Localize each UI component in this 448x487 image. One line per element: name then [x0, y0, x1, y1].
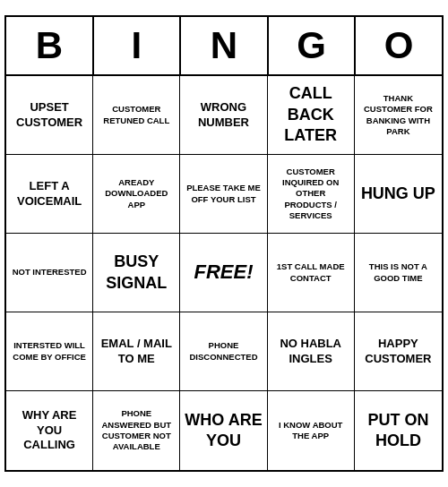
bingo-cell-23[interactable]: I KNOW ABOUT THE APP	[268, 391, 355, 470]
header-letter-N: N	[181, 17, 269, 74]
header-letter-I: I	[94, 17, 182, 74]
bingo-header: BINGO	[6, 17, 442, 76]
bingo-cell-18[interactable]: NO HABLA INGLES	[268, 312, 355, 391]
bingo-cell-24[interactable]: PUT ON HOLD	[355, 391, 442, 470]
bingo-cell-12[interactable]: Free!	[180, 234, 267, 312]
header-letter-B: B	[6, 17, 94, 74]
bingo-cell-4[interactable]: THANK CUSTOMER FOR BANKING WITH PARK	[355, 76, 442, 155]
bingo-cell-17[interactable]: PHONE DISCONNECTED	[180, 312, 267, 391]
bingo-cell-20[interactable]: WHY ARE YOU CALLING	[6, 391, 93, 470]
bingo-cell-13[interactable]: 1st CALL MADE CONTACT	[268, 234, 355, 312]
header-letter-O: O	[356, 17, 442, 74]
bingo-cell-1[interactable]: CUSTOMER RETUNED CALL	[93, 76, 180, 155]
bingo-cell-8[interactable]: CUSTOMER INQUIRED ON OTHER PRODUCTS / SE…	[268, 155, 355, 234]
bingo-cell-14[interactable]: THIS IS NOT A GOOD TIME	[355, 234, 442, 312]
bingo-cell-0[interactable]: UPSET CUSTOMER	[6, 76, 93, 155]
bingo-cell-2[interactable]: WRONG NUMBER	[180, 76, 267, 155]
bingo-cell-10[interactable]: NOT INTERESTED	[6, 234, 93, 312]
bingo-cell-19[interactable]: HAPPY CUSTOMER	[355, 312, 442, 391]
header-letter-G: G	[269, 17, 357, 74]
bingo-cell-11[interactable]: BUSY SIGNAL	[93, 234, 180, 312]
bingo-cell-16[interactable]: EMAL / MAIL TO ME	[93, 312, 180, 391]
bingo-cell-3[interactable]: CALL BACK LATER	[268, 76, 355, 155]
bingo-cell-7[interactable]: PLEASE TAKE ME OFF YOUR LIST	[180, 155, 267, 234]
bingo-cell-9[interactable]: HUNG UP	[355, 155, 442, 234]
bingo-card: BINGO UPSET CUSTOMERCUSTOMER RETUNED CAL…	[4, 15, 444, 472]
bingo-cell-5[interactable]: LEFT A VOICEMAIL	[6, 155, 93, 234]
bingo-cell-22[interactable]: WHO ARE YOU	[180, 391, 267, 470]
bingo-grid: UPSET CUSTOMERCUSTOMER RETUNED CALLWRONG…	[6, 76, 442, 470]
bingo-cell-6[interactable]: AREADY DOWNLOADED APP	[93, 155, 180, 234]
bingo-cell-21[interactable]: PHONE ANSWERED BUT CUSTOMER NOT AVAILABL…	[93, 391, 180, 470]
bingo-cell-15[interactable]: INTERSTED WILL COME BY OFFICE	[6, 312, 93, 391]
